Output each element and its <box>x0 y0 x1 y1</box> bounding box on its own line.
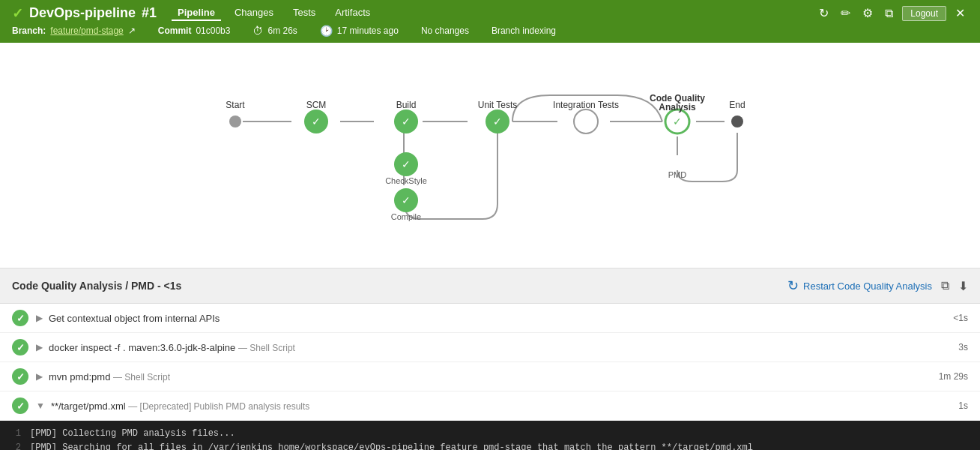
step-row-0: ✓ ▶ Get contextual object from internal … <box>0 304 980 333</box>
build-label: Build <box>396 100 417 110</box>
scm-label: SCM <box>306 100 327 110</box>
restart-link[interactable]: ↻ Restart Code Quality Analysis <box>787 278 932 294</box>
step-status-1: ✓ <box>12 339 28 356</box>
log-text-1: [PMD] Searching for all files in /var/je… <box>30 441 753 450</box>
nav-tests[interactable]: Tests <box>287 5 321 21</box>
code-quality-label-2: Analysis <box>659 102 696 112</box>
branch-link-icon: ↗ <box>128 26 136 36</box>
step-time-0: <1s <box>931 313 968 323</box>
duration-group: ⏱ 6m 26s <box>252 25 297 37</box>
log-area: 1 [PMD] Collecting PMD analysis files...… <box>0 421 980 450</box>
checkstyle-check-icon: ✓ <box>402 158 411 170</box>
restart-label: Restart Code Quality Analysis <box>803 280 932 292</box>
header-nav: Pipeline Changes Tests Artifacts <box>172 5 376 21</box>
pipeline-area: Start ✓ SCM ✓ Build ✓ CheckStyle ✓ Compi… <box>0 43 980 268</box>
compile-check-icon: ✓ <box>402 194 411 206</box>
step-tag-3: — [Deprecated] Publish PMD analysis resu… <box>128 401 309 412</box>
build-check-icon: ✓ <box>402 116 411 128</box>
step-time-1: 3s <box>931 342 968 352</box>
log-text-0: [PMD] Collecting PMD analysis files... <box>30 427 235 441</box>
clock-icon: ⏱ <box>252 25 263 37</box>
header-meta: Branch: feature/pmd-stage ↗ Commit 01c00… <box>12 25 968 37</box>
commit-group: Commit 01c00b3 <box>158 26 231 36</box>
branch-group: Branch: feature/pmd-stage ↗ <box>12 26 136 36</box>
external-link-icon[interactable]: ⧉ <box>882 5 896 22</box>
time-group: 🕑 17 minutes ago <box>320 25 399 37</box>
pmd-label: PMD <box>668 170 687 179</box>
time-icon: 🕑 <box>320 25 333 37</box>
checkstyle-label: CheckStyle <box>385 176 427 185</box>
end-node <box>731 116 743 128</box>
start-node <box>229 116 241 128</box>
no-changes-text: No changes <box>421 26 469 36</box>
log-line-1: 2 [PMD] Searching for all files in /var/… <box>9 441 971 450</box>
header-actions: ↻ ✏ ⚙ ⧉ Logout ✕ <box>816 4 968 22</box>
edit-icon[interactable]: ✏ <box>838 4 853 22</box>
start-label: Start <box>226 100 245 110</box>
step-status-0: ✓ <box>12 310 28 326</box>
no-changes-group: No changes <box>421 26 469 36</box>
log-num-0: 1 <box>9 427 21 441</box>
step-row-1: ✓ ▶ docker inspect -f . maven:3.6.0-jdk-… <box>0 333 980 362</box>
step-time-2: 1m 29s <box>931 371 968 382</box>
step-expand-3[interactable]: ▼ <box>36 400 45 411</box>
steps-title: Code Quality Analysis / PMD - <1s <box>12 280 181 292</box>
pipeline-svg-container: Start ✓ SCM ✓ Build ✓ CheckStyle ✓ Compi… <box>0 58 980 245</box>
logout-button[interactable]: Logout <box>902 6 946 21</box>
unit-tests-label: Unit Tests <box>478 100 517 110</box>
step-row-2: ✓ ▶ mvn pmd:pmd — Shell Script 1m 29s <box>0 362 980 392</box>
title-text: DevOps-pipeline <box>29 5 136 21</box>
step-name-2: mvn pmd:pmd — Shell Script <box>49 371 931 382</box>
branch-indexing-group: Branch indexing <box>491 26 556 36</box>
step-row-3: ✓ ▼ **/target/pmd.xml — [Deprecated] Pub… <box>0 392 980 421</box>
duration-value: 6m 26s <box>267 26 297 36</box>
pipeline-title: ✓ DevOps-pipeline #1 <box>12 5 157 22</box>
download-icon[interactable]: ⬇ <box>958 279 968 293</box>
header-top: ✓ DevOps-pipeline #1 Pipeline Changes Te… <box>12 4 968 22</box>
integration-tests-node[interactable] <box>574 110 598 134</box>
compile-label: Compile <box>391 212 421 221</box>
scm-check-icon: ✓ <box>312 116 321 128</box>
step-status-2: ✓ <box>12 368 28 385</box>
step-expand-0[interactable]: ▶ <box>36 313 43 323</box>
step-expand-1[interactable]: ▶ <box>36 342 43 352</box>
steps-header-right: ↻ Restart Code Quality Analysis ⧉ ⬇ <box>787 278 968 294</box>
header: ✓ DevOps-pipeline #1 Pipeline Changes Te… <box>0 0 980 43</box>
commit-value: 01c00b3 <box>196 26 230 36</box>
build-number: #1 <box>142 5 157 21</box>
step-name-3: **/target/pmd.xml — [Deprecated] Publish… <box>51 400 931 412</box>
steps-section: Code Quality Analysis / PMD - <1s ↻ Rest… <box>0 268 980 450</box>
unit-tests-check-icon: ✓ <box>493 116 502 128</box>
step-expand-2[interactable]: ▶ <box>36 371 43 382</box>
step-name-1: docker inspect -f . maven:3.6.0-jdk-8-al… <box>49 342 931 353</box>
check-icon: ✓ <box>12 5 23 22</box>
close-icon[interactable]: ✕ <box>952 4 968 22</box>
branch-value[interactable]: feature/pmd-stage <box>50 26 123 36</box>
nav-changes[interactable]: Changes <box>229 5 279 21</box>
step-time-3: 1s <box>931 400 968 411</box>
nav-pipeline[interactable]: Pipeline <box>172 5 221 21</box>
step-tag-2: — Shell Script <box>113 372 170 382</box>
commit-label: Commit <box>158 26 192 36</box>
step-status-3: ✓ <box>12 398 28 414</box>
step-name-0: Get contextual object from internal APIs <box>49 313 931 324</box>
time-ago: 17 minutes ago <box>337 26 399 36</box>
open-external-icon[interactable]: ⧉ <box>941 279 949 292</box>
code-quality-check-icon: ✓ <box>673 116 682 128</box>
end-label: End <box>729 100 745 110</box>
log-num-1: 2 <box>9 441 21 450</box>
nav-artifacts[interactable]: Artifacts <box>329 5 376 21</box>
log-line-0: 1 [PMD] Collecting PMD analysis files... <box>9 427 971 441</box>
step-tag-1: — Shell Script <box>238 343 295 353</box>
branch-label: Branch: <box>12 26 46 36</box>
restart-icon: ↻ <box>787 278 799 294</box>
branch-indexing-text: Branch indexing <box>491 26 556 36</box>
steps-header: Code Quality Analysis / PMD - <1s ↻ Rest… <box>0 268 980 304</box>
integration-tests-label: Integration Tests <box>553 100 619 110</box>
refresh-icon[interactable]: ↻ <box>816 4 832 22</box>
pipeline-svg: Start ✓ SCM ✓ Build ✓ CheckStyle ✓ Compi… <box>153 65 827 230</box>
settings-icon[interactable]: ⚙ <box>859 4 876 22</box>
